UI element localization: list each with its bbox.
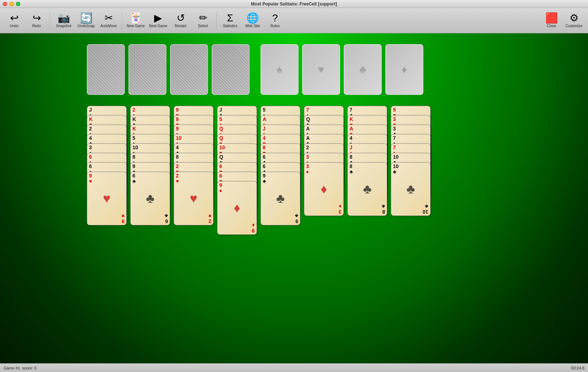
card-center-symbol: ♣ [406,181,415,197]
automove-label: AutoMove [100,24,117,28]
tableau-col-4[interactable]: J♣J♣5♦5♦Q♦Q♦Q♥Q♥10♥10♥Q♣Q♣6♥6♥6♥6♥♦9♦9♦ [217,106,257,235]
nextgame-icon: ▶ [154,13,162,23]
score-value: 0 [34,366,36,370]
foundation-hearts[interactable]: ♥ [302,44,340,95]
card-center-symbol: ♦ [234,200,240,216]
tableau-col-7[interactable]: 7♣7♣K♥K♥A♥A♥4♠4♠J♦J♦8♣8♣♣8♣8♣ [347,106,387,216]
undo-icon: ↩ [10,13,18,23]
score-label: score: [22,366,33,370]
redo-label: Redo [32,24,41,28]
automove-icon: ✂ [105,13,113,23]
toolbar-website[interactable]: 🌐 Web Site [242,9,263,32]
snapshot-icon: 📷 [58,13,70,23]
titlebar: Most Popular Solitaire: FreeCell [suppor… [0,0,588,8]
toolbar: ↩ Undo ↪ Redo 📷 Snapshot 🔄 UndoSnap ✂ Au… [0,8,588,33]
select-label: Select [198,24,208,28]
card-39830-col6-pos6[interactable]: ♦3♦3♦ [304,162,344,216]
freecells-area [87,44,250,95]
freecell-4[interactable] [212,44,250,95]
freecell-1[interactable] [87,44,125,95]
card-rank-br: 6♣ [165,213,168,224]
website-icon: 🌐 [246,13,259,23]
undo-label: Undo [10,24,18,28]
close-label: Close [547,24,556,28]
tableau-col-2[interactable]: 2♦2♦K♣K♣K♦K♦5♠5♠10♠10♠8♠8♠9♣9♣♣6♣6♣ [130,106,170,225]
card-center-symbol: ♥ [190,191,197,206]
tableau-col-3[interactable]: 9♥9♥9♥9♥9♦9♦10♦10♦4♣4♣8♠8♠2♥2♥♥2♥2♥ [174,106,213,225]
card-rank-br: 9♦ [252,222,255,233]
card-rank-tl: 9♥ [89,173,92,184]
customize-label: Customize [565,24,582,28]
customize-icon: ⚙ [570,13,579,23]
toolbar-close[interactable]: 🟥 Close [541,9,562,32]
toolbar-sep-1 [50,12,50,30]
card-109827-col8-pos6[interactable]: ♣10♣10♣ [391,162,431,216]
toolbar-undo[interactable]: ↩ Undo [4,9,25,32]
card-center-symbol: ♣ [363,181,372,197]
freecell-3[interactable] [170,44,208,95]
card-rank-br: 3♦ [339,203,342,214]
foundation-spades[interactable]: ♠ [261,44,299,95]
statistics-label: Statistics [223,24,237,28]
toolbar-statistics[interactable]: Σ Statistics [220,9,241,32]
card-29829-col3-pos7[interactable]: ♥2♥2♥ [174,172,213,225]
card-69827-col2-pos7[interactable]: ♣6♣6♣ [130,172,170,225]
statusbar: Game #1 score: 0 00:24.8 [0,363,588,372]
tableau-col-6[interactable]: 7♦7♦Q♣Q♣A♠A♠A♣A♣2♠2♠3♦3♦♦3♦3♦ [304,106,344,216]
window-min-btn[interactable] [9,2,14,6]
freecell-2[interactable] [128,44,166,95]
card-center-symbol: ♥ [103,191,110,206]
restart-icon: ↺ [177,13,185,23]
tableau-col-8[interactable]: 5♥5♥3♥3♥3♣3♣7♠7♠7♦7♦10♣10♣♣10♣10♣ [391,106,431,216]
toolbar-rules[interactable]: ? Rules [265,9,285,32]
foundation-clubs[interactable]: ♣ [344,44,382,95]
card-rank-tl: 8♣ [350,164,353,175]
toolbar-automove[interactable]: ✂ AutoMove [98,9,119,32]
card-99829-col1-pos7[interactable]: ♥9♥9♥ [87,172,127,225]
undosnap-icon: 🔄 [80,13,93,23]
snapshot-label: Snapshot [56,24,71,28]
toolbar-sep-2 [122,12,122,30]
toolbar-customize[interactable]: ⚙ Customize [563,9,584,32]
tableau-col-1[interactable]: J♠J♠K♥K♥2♠2♠4♣4♣3♠3♠6♦6♦6♠6♠♥9♥9♥ [87,106,127,225]
newgame-icon: 🃏 [130,13,142,23]
select-icon: ✏ [199,13,207,23]
card-89827-col7-pos6[interactable]: ♣8♣8♣ [347,162,387,216]
window-controls [3,2,20,6]
tableau-col-5[interactable]: 5♠5♠A♦A♦J♦J♦4♥4♥8♥8♥6♣6♣6♣6♣♣9♣9♣ [261,106,300,225]
toolbar-nextgame[interactable]: ▶ Next Game [148,9,169,32]
window-close-btn[interactable] [3,2,7,6]
toolbar-snapshot[interactable]: 📷 Snapshot [53,9,74,32]
card-rank-br: 10♣ [423,203,428,214]
window-title: Most Popular Solitaire: FreeCell [suppor… [251,1,337,7]
toolbar-newgame[interactable]: 🃏 New Game [125,9,146,32]
timer: 00:24.8 [571,366,584,370]
restart-label: Restart [175,24,186,28]
card-rank-tl: 9♣ [263,173,266,184]
website-label: Web Site [245,24,260,28]
toolbar-right: 🟥 Close ⚙ Customize [541,9,584,32]
foundation-diamonds[interactable]: ♦ [385,44,423,95]
statistics-icon: Σ [227,13,233,23]
card-rank-tl: 2♥ [176,173,179,184]
card-99830-col4-pos8[interactable]: ♦9♦9♦ [217,181,257,235]
toolbar-undosnap[interactable]: 🔄 UndoSnap [76,9,97,32]
close-icon: 🟥 [545,13,558,23]
newgame-label: New Game [127,24,145,28]
card-rank-tl: 10♣ [393,164,399,175]
foundations-area: ♠ ♥ ♣ ♦ [261,44,423,95]
nextgame-label: Next Game [149,24,168,28]
undosnap-label: UndoSnap [77,24,94,28]
game-number: Game #1 [4,366,20,370]
card-rank-br: 2♥ [208,213,211,224]
window-max-btn[interactable] [16,2,20,6]
redo-icon: ↪ [33,13,41,23]
rules-label: Rules [270,24,280,28]
card-rank-br: 9♣ [295,213,298,224]
toolbar-sep-3 [216,12,217,30]
card-99827-col5-pos7[interactable]: ♣9♣9♣ [261,172,300,225]
toolbar-restart[interactable]: ↺ Restart [170,9,191,32]
card-center-symbol: ♣ [146,191,155,206]
toolbar-redo[interactable]: ↪ Redo [26,9,47,32]
toolbar-select[interactable]: ✏ Select [193,9,213,32]
